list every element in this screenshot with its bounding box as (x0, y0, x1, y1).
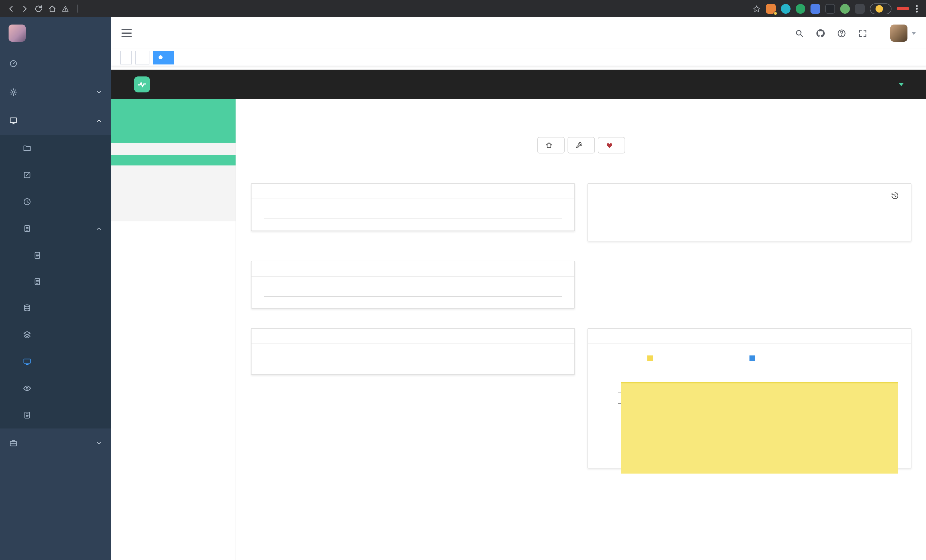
tag-home[interactable] (120, 50, 132, 64)
help-icon[interactable] (837, 28, 846, 38)
sidebar-item-infrastructure[interactable] (0, 106, 111, 135)
tick-mark (618, 403, 621, 404)
update-button[interactable] (897, 7, 909, 10)
caret-down-icon (911, 32, 916, 37)
spring-boot-admin (111, 70, 926, 560)
bookmark-star-icon[interactable] (752, 4, 761, 13)
sidebar-item-mappings[interactable] (111, 244, 236, 256)
document-icon (23, 411, 31, 419)
legend-swatch-active (648, 356, 654, 361)
sidebar-item-access-logs[interactable] (0, 242, 111, 268)
document-icon (33, 251, 42, 259)
card-header (588, 184, 911, 208)
hamburger-icon[interactable] (121, 29, 132, 37)
tag-java-monitor[interactable] (153, 50, 174, 64)
spring-boot-admin-logo[interactable] (134, 76, 150, 92)
sba-main (236, 99, 926, 560)
content-gap (111, 66, 926, 70)
app-logo (9, 24, 26, 42)
eye-icon (23, 384, 31, 392)
user-menu[interactable] (890, 24, 916, 42)
sidebar (0, 17, 111, 560)
extension-icon-pin[interactable] (855, 4, 865, 14)
threads-legend (601, 353, 898, 368)
search-icon[interactable] (794, 28, 804, 38)
tags-bar (111, 49, 926, 66)
sidebar-item-classes[interactable] (111, 186, 236, 196)
gauge-icon (9, 59, 18, 68)
legend-item-active (648, 356, 656, 368)
home-icon[interactable] (48, 4, 56, 13)
sidebar-item-error-logs[interactable] (0, 268, 111, 294)
sidebar-item-api-logs[interactable] (0, 215, 111, 242)
instance-header[interactable] (111, 99, 236, 143)
smiley-icon (876, 5, 883, 12)
endpoint-link-root[interactable] (537, 137, 565, 153)
security-chip[interactable] (62, 5, 72, 12)
history-icon[interactable] (890, 191, 899, 200)
extension-icon-teal[interactable] (781, 4, 791, 14)
extension-icon-leaf[interactable] (840, 4, 850, 14)
language-select[interactable] (896, 81, 903, 88)
sidebar-item-details[interactable] (111, 155, 236, 165)
sidebar-item-log-center[interactable] (0, 402, 111, 428)
process-table (264, 353, 562, 363)
sidebar-item-config-management[interactable] (0, 162, 111, 188)
edit-icon (23, 171, 31, 179)
endpoint-link-health[interactable] (598, 137, 625, 153)
card-body (251, 344, 574, 374)
card-body (251, 277, 574, 308)
sidebar-submenu-infrastructure (0, 135, 111, 428)
sidebar-item-system-management[interactable] (0, 77, 111, 106)
insights-section-title (111, 143, 236, 155)
sidebar-item-performance[interactable] (111, 165, 236, 176)
forward-icon[interactable] (21, 4, 29, 13)
y-axis (601, 377, 621, 456)
sba-sidebar-root (111, 221, 236, 267)
sidebar-item-jvm[interactable] (111, 233, 236, 244)
sidebar-item-mysql-monitor[interactable] (0, 294, 111, 321)
extension-icon-switch[interactable] (825, 4, 835, 14)
sidebar-item-file-management[interactable] (0, 135, 111, 162)
instance-health-row[interactable] (601, 217, 898, 229)
database-icon (23, 304, 31, 312)
sidebar-item-scheduled-tasks[interactable] (0, 188, 111, 215)
tick-mark (618, 392, 621, 393)
sidebar-item-caches[interactable] (111, 256, 236, 267)
card-body (588, 208, 911, 241)
extension-icon-orange[interactable] (766, 4, 776, 14)
sidebar-item-logs[interactable] (111, 221, 236, 233)
extension-icon-blue[interactable] (811, 4, 820, 14)
screen (0, 0, 926, 560)
active-dot (159, 55, 163, 59)
sidebar-item-scheduled-tasks[interactable] (111, 207, 236, 217)
card-body (588, 344, 911, 468)
browser-menu-icon[interactable] (914, 5, 920, 12)
sidebar-item-home[interactable] (0, 49, 111, 77)
sidebar-item-java-monitor[interactable] (0, 348, 111, 375)
sidebar-item-dev-tools[interactable] (0, 428, 111, 457)
sidebar-item-tracing[interactable] (0, 375, 111, 402)
chevron-down-icon (96, 89, 102, 95)
sidebar-item-environment[interactable] (111, 176, 236, 186)
extension-icon-green[interactable] (796, 4, 805, 14)
paused-extension-pill[interactable] (870, 3, 891, 14)
sidebar-item-config-properties[interactable] (111, 196, 236, 207)
main-column (111, 17, 926, 560)
reload-icon[interactable] (34, 4, 43, 13)
card-header (251, 328, 574, 344)
back-icon[interactable] (7, 4, 15, 13)
endpoint-link-actuator[interactable] (567, 137, 595, 153)
endpoint-links (251, 137, 911, 153)
legend-item-daemon (749, 356, 758, 368)
layers-icon (23, 330, 31, 339)
tag-redis-monitor[interactable] (135, 50, 150, 64)
browser-chrome (0, 0, 926, 17)
monitor-icon (9, 116, 18, 125)
sidebar-item-redis-monitor[interactable] (0, 321, 111, 348)
extension-badge (773, 11, 778, 15)
sba-navbar (111, 70, 926, 99)
info-row (264, 208, 562, 219)
fullscreen-icon[interactable] (858, 28, 867, 38)
github-icon[interactable] (816, 28, 825, 38)
